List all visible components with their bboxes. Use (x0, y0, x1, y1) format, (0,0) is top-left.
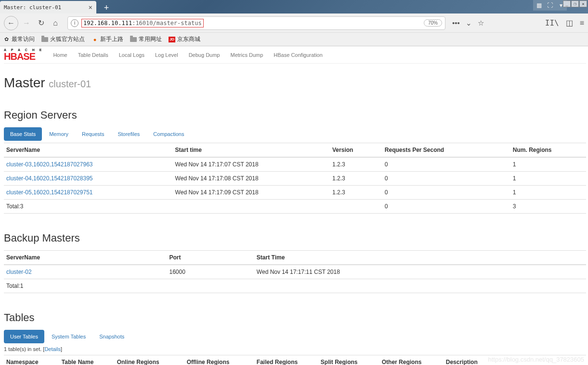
sidebar-icon[interactable]: ◫ (566, 18, 573, 27)
window-controls: _ ❐ ✕ (562, 0, 587, 7)
col-servername: ServerName (4, 143, 173, 158)
url-bar[interactable]: i 192.168.10.111:16010/master-status 70% (67, 16, 445, 30)
info-icon[interactable]: i (71, 19, 78, 27)
browser-tab[interactable]: Master: cluster-01 × (0, 1, 96, 14)
bookmark-jd[interactable]: JD京东商城 (169, 35, 200, 43)
pocket-icon[interactable]: ⌄ (466, 19, 472, 27)
server-link[interactable]: cluster-03,16020,1542187027963 (6, 161, 92, 168)
gear-icon: ✿ (3, 37, 10, 42)
url-toolbar: ← → ↻ ⌂ i 192.168.10.111:16010/master-st… (0, 14, 588, 33)
grid-icon[interactable]: ▦ (534, 1, 544, 10)
zoom-badge[interactable]: 70% (424, 19, 442, 27)
home-button[interactable]: ⌂ (49, 17, 62, 29)
back-button[interactable]: ← (4, 16, 18, 30)
table-total-row: Total:303 (4, 200, 586, 214)
page-title: Master cluster-01 (4, 75, 586, 91)
tables-set-text: 1 table(s) in set. [Details] (4, 346, 586, 352)
col-servername: ServerName (4, 251, 167, 265)
master-subtitle: cluster-01 (49, 79, 91, 89)
col-table-name: Table Name (59, 355, 115, 365)
bookmark-firefox-site[interactable]: 火狐官方站点 (41, 35, 85, 43)
server-link[interactable]: cluster-05,16020,1542187029751 (6, 189, 92, 196)
col-version: Version (330, 143, 382, 158)
bookmark-getting-started[interactable]: ●新手上路 (91, 35, 123, 43)
folder-icon (41, 37, 48, 42)
table-total-row: Total:1 (4, 279, 586, 293)
more-icon[interactable]: ••• (452, 19, 460, 27)
minimize-button[interactable]: _ (563, 0, 571, 7)
nav-local-logs[interactable]: Local Logs (119, 52, 144, 58)
firefox-icon: ● (91, 37, 98, 42)
col-split-regions: Split Regions (318, 355, 379, 365)
region-servers-tabs: Base Stats Memory Requests Storefiles Co… (4, 127, 586, 141)
tab-memory[interactable]: Memory (43, 127, 75, 141)
browser-tab-strip: Master: cluster-01 × + ▦ ⛶ ▾ _ ❐ ✕ (0, 0, 588, 14)
tables-heading: Tables (4, 311, 586, 324)
bookmark-common-urls[interactable]: 常用网址 (130, 35, 162, 43)
nav-table-details[interactable]: Table Details (78, 52, 108, 58)
jd-icon: JD (169, 37, 175, 42)
library-icon[interactable]: II\ (545, 18, 559, 27)
table-row: cluster-05,16020,1542187029751Wed Nov 14… (4, 186, 586, 200)
details-link[interactable]: Details (44, 346, 61, 352)
col-online-regions: Online Regions (115, 355, 184, 365)
col-failed-regions: Failed Regions (254, 355, 318, 365)
col-description: Description (444, 355, 586, 365)
region-servers-heading: Region Servers (4, 109, 586, 122)
new-tab-button[interactable]: + (100, 2, 113, 14)
col-num-regions: Num. Regions (510, 143, 586, 158)
hbase-logo[interactable]: A P A C H E HBASE (4, 48, 43, 61)
server-link[interactable]: cluster-02 (6, 269, 32, 275)
expand-icon[interactable]: ⛶ (545, 1, 555, 10)
close-window-button[interactable]: ✕ (579, 0, 587, 7)
forward-button[interactable]: → (20, 17, 33, 29)
tab-snapshots[interactable]: Snapshots (93, 330, 131, 343)
tables-tabs: User Tables System Tables Snapshots (4, 330, 586, 343)
tab-requests[interactable]: Requests (76, 127, 110, 141)
bookmarks-toolbar: ✿最常访问 火狐官方站点 ●新手上路 常用网址 JD京东商城 (0, 33, 588, 46)
col-start-time: Start time (173, 143, 330, 158)
col-port: Port (167, 251, 254, 265)
col-start-time: Start Time (254, 251, 586, 265)
server-link[interactable]: cluster-04,16020,1542187028395 (6, 175, 92, 182)
menu-icon[interactable]: ≡ (580, 19, 584, 27)
tab-storefiles[interactable]: Storefiles (111, 127, 146, 141)
bookmark-most-visited[interactable]: ✿最常访问 (3, 35, 35, 43)
folder-icon (130, 37, 137, 42)
reload-button[interactable]: ↻ (35, 17, 47, 29)
nav-hbase-config[interactable]: HBase Configuration (274, 52, 323, 58)
tab-user-tables[interactable]: User Tables (4, 330, 44, 343)
restore-button[interactable]: ❐ (571, 0, 579, 7)
tables-table: Namespace Table Name Online Regions Offl… (4, 355, 586, 365)
col-namespace: Namespace (4, 355, 59, 365)
col-offline-regions: Offline Regions (184, 355, 254, 365)
tab-system-tables[interactable]: System Tables (45, 330, 92, 343)
backup-masters-heading: Backup Masters (4, 232, 586, 244)
region-servers-table: ServerName Start time Version Requests P… (4, 143, 586, 214)
url-text: 192.168.10.111:16010/master-status (81, 19, 204, 27)
tab-compactions[interactable]: Compactions (147, 127, 190, 141)
nav-metrics-dump[interactable]: Metrics Dump (230, 52, 263, 58)
table-row: cluster-04,16020,1542187028395Wed Nov 14… (4, 172, 586, 186)
tab-close-icon[interactable]: × (89, 3, 92, 11)
nav-debug-dump[interactable]: Debug Dump (189, 52, 220, 58)
table-row: cluster-0216000Wed Nov 14 17:17:11 CST 2… (4, 265, 586, 279)
nav-home[interactable]: Home (53, 52, 67, 58)
tab-title: Master: cluster-01 (4, 4, 61, 11)
nav-log-level[interactable]: Log Level (155, 52, 178, 58)
tab-base-stats[interactable]: Base Stats (4, 127, 42, 141)
backup-masters-table: ServerName Port Start Time cluster-02160… (4, 250, 586, 293)
col-other-regions: Other Regions (379, 355, 444, 365)
col-rps: Requests Per Second (382, 143, 510, 158)
bookmark-star-icon[interactable]: ☆ (478, 19, 484, 27)
top-nav: A P A C H E HBASE Home Table Details Loc… (4, 46, 586, 64)
table-row: cluster-03,16020,1542187027963Wed Nov 14… (4, 157, 586, 172)
